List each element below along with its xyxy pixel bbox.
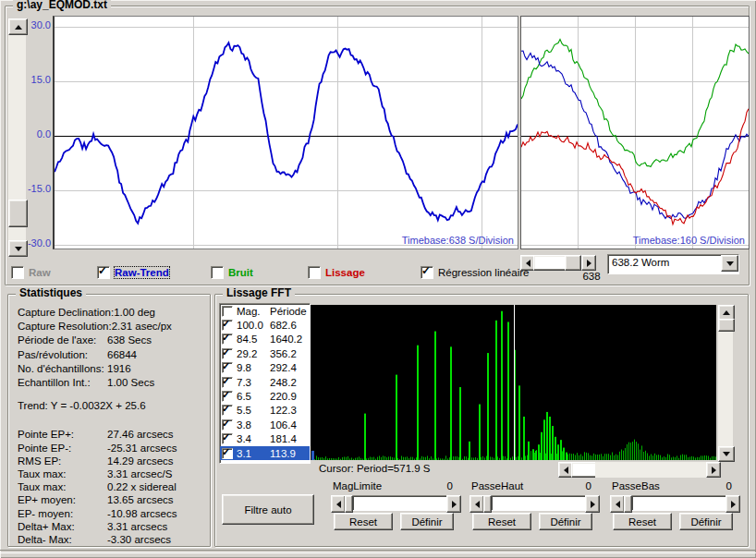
peak-mag: 29.2 [237,348,266,359]
peak-mag: 7.3 [237,377,266,388]
right-arrow-icon [452,501,457,508]
fft-peak-row[interactable]: ✓9.8292.4 [220,361,310,375]
worm-select-value: 638.2 Worm [612,257,669,268]
down-arrow-icon [723,452,730,456]
define-button[interactable]: Définir [679,513,733,530]
slider-left-button[interactable] [469,495,484,513]
stat-value: 3.31 arcsec/S [107,467,172,480]
stat-label: Capture Resolution: [18,320,112,334]
y-axis-ticks: 30.015.00.0-15.0-30.0 [26,0,51,277]
scroll-up-button[interactable] [8,18,28,35]
scroll-down-button[interactable] [8,240,28,257]
stat-value: -10.98 arcsecs [107,507,177,520]
worm-select-combobox[interactable]: 638.2 Worm [607,254,739,274]
fft-peak-row[interactable]: ✓5.5122.3 [220,404,310,418]
peak-checkbox[interactable]: ✓ [222,419,233,431]
stat-label: Delta- Max: [18,533,107,546]
scroll-right-button[interactable] [581,255,596,271]
peak-mag: 3.1 [237,448,266,459]
peak-checkbox[interactable]: ✓ [222,334,233,345]
slider-right-button[interactable] [585,495,600,513]
main-chart-vscrollbar[interactable] [8,18,26,255]
stat-label: RMS EP: [18,455,107,467]
slider-left-button[interactable] [610,495,625,513]
slider-right-button[interactable] [726,495,740,513]
checkbox[interactable] [308,266,321,279]
select-all-checkbox[interactable] [222,306,233,317]
filter-checkbox-r-gression-lin-aire[interactable]: ✓Régression linéaire [421,266,529,279]
right-arrow-icon [587,260,591,267]
peak-checkbox[interactable]: ✓ [222,348,233,359]
fft-peak-row[interactable]: ✓3.8106.4 [220,418,310,431]
scrollbar-thumb[interactable] [8,200,28,227]
stat-row: Pointe EP-:-25.31 arcsecs [8,442,210,455]
peak-checkbox[interactable]: ✓ [222,448,233,459]
checkmark-icon: ✓ [98,264,107,277]
peak-period: 292.4 [270,362,297,373]
scroll-down-button[interactable] [718,446,735,462]
stat-value: 66844 [107,348,137,362]
stat-label: Taux max: [18,480,107,493]
fft-peak-row[interactable]: ✓3.1113.9 [220,446,310,460]
fft-peak-row[interactable]: ✓3.4181.4 [220,432,310,446]
y-tick-label: -15.0 [26,183,51,194]
define-button[interactable]: Définir [400,513,454,530]
filter-checkbox-bruit[interactable]: Bruit [211,266,253,279]
filter-label: Raw [29,267,51,278]
fft-vscrollbar[interactable] [718,305,733,460]
reset-button[interactable]: Reset [472,513,531,530]
worm-pan-scrollbar[interactable] [520,255,594,269]
slider-group-passehaut: PasseHaut0ResetDéfinir [469,480,599,532]
stat-row: Taux max:3.31 arcsec/S [8,467,210,480]
slider-thumb[interactable] [345,495,353,513]
right-arrow-icon [591,501,595,508]
auto-filter-button[interactable]: Filtre auto [222,494,314,525]
slider-passehaut[interactable] [469,495,598,511]
checkbox[interactable]: ✓ [421,266,433,279]
fft-peak-row[interactable]: ✓84.51640.2 [220,333,310,346]
fft-peak-row[interactable]: ✓29.2356.2 [220,346,310,360]
scrollbar-thumb[interactable] [565,255,581,271]
reset-button[interactable]: Reset [334,513,393,530]
slider-track[interactable] [491,495,586,511]
fft-table-header: Mag.Période [220,304,310,318]
filter-checkbox-lissage[interactable]: Lissage [308,266,365,279]
fft-peak-row[interactable]: ✓100.0682.6 [220,318,310,332]
checkmark-icon: ✓ [222,374,230,387]
peak-checkbox[interactable]: ✓ [222,362,233,373]
fft-peak-row[interactable]: ✓6.5220.9 [220,389,310,403]
slider-maglimite[interactable] [331,495,459,511]
slider-thumb[interactable] [483,495,492,513]
filter-checkbox-raw[interactable]: Raw [11,266,51,279]
checkbox[interactable] [211,266,224,279]
fft-hscrollbar[interactable] [558,462,719,476]
filter-checkbox-raw-trend[interactable]: ✓Raw-Trend [97,266,169,279]
left-arrow-icon [564,467,568,474]
scrollbar-thumb[interactable] [718,319,735,332]
slider-track[interactable] [631,495,726,511]
peak-checkbox[interactable]: ✓ [222,320,233,331]
peak-checkbox[interactable]: ✓ [222,405,233,416]
define-button[interactable]: Définir [539,513,592,530]
reset-button[interactable]: Reset [613,513,672,530]
slider-right-button[interactable] [446,495,461,513]
slider-passebas[interactable] [610,495,738,511]
slider-track[interactable] [352,495,447,511]
checkbox[interactable]: ✓ [97,266,110,279]
checkmark-icon: ✓ [222,359,230,372]
fft-peak-table[interactable]: Mag.Période✓100.0682.6✓84.51640.2✓29.235… [219,303,311,464]
peak-checkbox[interactable]: ✓ [222,391,233,402]
combobox-dropdown-button[interactable] [721,255,738,272]
peak-checkbox[interactable]: ✓ [222,433,233,444]
fft-peak-row[interactable]: ✓7.3248.2 [220,375,310,389]
slider-left-button[interactable] [331,495,346,513]
peak-checkbox[interactable]: ✓ [222,377,233,388]
checkbox[interactable] [11,266,24,279]
peak-period: 181.4 [270,433,297,444]
stat-label: Pas/révolution: [18,348,107,362]
peak-period: 248.2 [270,377,297,388]
checkmark-icon: ✓ [421,264,431,277]
slider-thumb[interactable] [624,495,632,513]
fft-spectrum[interactable] [311,305,716,460]
scroll-right-button[interactable] [706,462,721,478]
